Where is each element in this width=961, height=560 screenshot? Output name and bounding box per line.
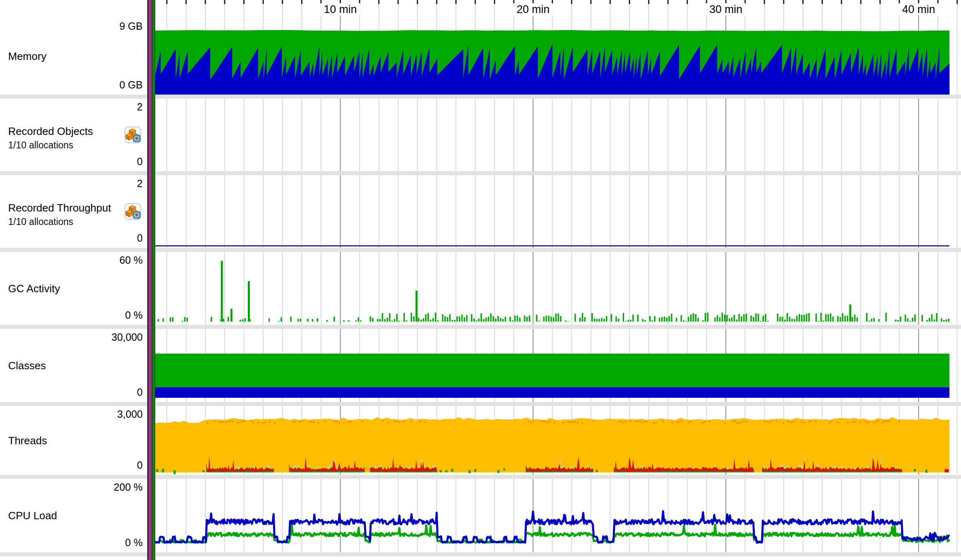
thread-top-texture bbox=[738, 422, 741, 424]
thread-top-texture bbox=[678, 421, 680, 423]
time-axis-ticks bbox=[148, 0, 961, 18]
thread-top-texture bbox=[547, 422, 549, 423]
thread-top-texture bbox=[791, 421, 793, 423]
thread-top-texture bbox=[620, 421, 622, 423]
thread-top-texture bbox=[576, 422, 578, 424]
row-separator bbox=[0, 552, 961, 556]
thread-top-texture bbox=[243, 420, 245, 422]
thread-top-texture bbox=[227, 421, 229, 422]
telemetry-row-recorded-objects[interactable]: Recorded Objects 1/10 allocations bbox=[0, 99, 961, 171]
classes-chart[interactable] bbox=[148, 329, 961, 402]
thread-top-texture bbox=[382, 420, 384, 422]
thread-top-texture bbox=[562, 422, 564, 423]
blocked-thread-fleck bbox=[895, 467, 896, 469]
telemetry-row-gc-activity[interactable]: GC Activity 60 % 0 % bbox=[0, 252, 961, 325]
telemetry-row-recorded-throughput[interactable]: Recorded Throughput 1/10 allocations bbox=[0, 175, 961, 248]
blocked-thread-fleck bbox=[828, 467, 829, 469]
thread-top-texture bbox=[866, 422, 868, 423]
row-label-area: Classes 30,000 0 bbox=[0, 329, 148, 402]
thread-top-texture bbox=[889, 420, 891, 422]
telemetry-row-cpu-load[interactable]: CPU Load 200 % 0 % bbox=[0, 479, 961, 552]
thread-top-texture bbox=[308, 421, 310, 423]
row-label-area: Memory 9 GB 0 GB bbox=[0, 18, 148, 95]
row-label-area: CPU Load 200 % 0 % bbox=[0, 479, 148, 552]
thread-top-texture bbox=[394, 421, 396, 422]
y-axis-min-label: 0 GB bbox=[119, 79, 143, 91]
row-separator bbox=[0, 402, 961, 406]
total-classes-band bbox=[150, 354, 950, 388]
waiting-thread-dot bbox=[914, 469, 916, 471]
row-subtitle: 1/10 allocations bbox=[8, 139, 73, 151]
cpu-load-chart[interactable] bbox=[148, 479, 961, 552]
allocation-recording-indicator-icon[interactable] bbox=[124, 126, 141, 143]
thread-top-texture bbox=[736, 422, 738, 423]
blocked-thread-fleck bbox=[329, 467, 330, 469]
recorded-throughput-line bbox=[150, 245, 950, 247]
thread-top-texture bbox=[218, 421, 220, 423]
thread-top-texture bbox=[361, 421, 364, 422]
thread-top-texture bbox=[317, 422, 320, 423]
recorded-objects-chart[interactable] bbox=[148, 99, 961, 171]
thread-top-texture bbox=[875, 421, 877, 423]
thread-top-texture bbox=[540, 421, 542, 422]
row-subtitle: 1/10 allocations bbox=[8, 216, 73, 227]
thread-top-texture bbox=[419, 421, 421, 422]
thread-top-texture bbox=[336, 421, 338, 423]
thread-top-texture bbox=[877, 420, 879, 422]
thread-top-texture bbox=[569, 422, 571, 423]
gc-cpu-line bbox=[150, 525, 949, 543]
blocked-thread-fleck bbox=[295, 465, 296, 467]
waiting-thread-dot bbox=[469, 470, 471, 473]
allocation-recording-indicator-icon[interactable] bbox=[124, 203, 141, 220]
time-axis-label: 10 min bbox=[320, 3, 360, 15]
thread-top-texture bbox=[644, 421, 646, 422]
telemetry-row-classes[interactable]: Classes 30,000 0 bbox=[0, 329, 961, 402]
waiting-thread-dot bbox=[474, 469, 476, 472]
telemetry-row-memory[interactable]: Memory 9 GB 0 GB bbox=[0, 18, 961, 95]
row-title: Recorded Throughput bbox=[8, 201, 111, 214]
time-axis[interactable]: 10 min20 min30 min40 min bbox=[0, 0, 961, 18]
telemetry-row-threads[interactable]: Threads 3,000 0 bbox=[0, 406, 961, 475]
thread-top-texture bbox=[766, 421, 768, 422]
thread-top-texture bbox=[662, 421, 664, 422]
blocked-thread-fleck bbox=[419, 465, 420, 467]
time-axis-label: 40 min bbox=[899, 3, 938, 15]
thread-top-texture bbox=[262, 422, 264, 424]
thread-top-texture bbox=[852, 421, 854, 423]
blocked-thread-fleck bbox=[679, 467, 681, 469]
memory-chart[interactable] bbox=[148, 18, 961, 95]
thread-top-texture bbox=[625, 421, 627, 423]
y-axis-min-label: 0 % bbox=[125, 309, 143, 321]
thread-top-texture bbox=[671, 421, 673, 423]
thread-top-texture bbox=[410, 421, 412, 422]
waiting-thread-dot bbox=[451, 469, 453, 472]
threads-chart[interactable] bbox=[148, 406, 961, 475]
thread-top-texture bbox=[863, 420, 865, 422]
blocked-thread-fleck bbox=[634, 465, 635, 467]
blocked-thread-fleck bbox=[207, 465, 209, 467]
blocked-thread-fleck bbox=[253, 466, 254, 468]
thread-top-texture bbox=[634, 421, 636, 423]
blocked-thread-fleck bbox=[727, 467, 728, 469]
thread-top-texture bbox=[572, 421, 574, 423]
thread-top-texture bbox=[396, 420, 398, 422]
thread-top-texture bbox=[206, 422, 208, 423]
thread-top-texture bbox=[387, 422, 389, 423]
row-separator bbox=[0, 248, 961, 252]
y-axis-min-label: 0 % bbox=[125, 536, 143, 549]
blocked-thread-fleck bbox=[781, 465, 782, 467]
recorded-throughput-chart[interactable] bbox=[148, 175, 961, 248]
gc-activity-chart[interactable] bbox=[148, 252, 961, 325]
y-axis-min-label: 0 bbox=[137, 155, 143, 168]
row-separator bbox=[0, 325, 961, 329]
thread-top-texture bbox=[333, 421, 335, 422]
thread-top-texture bbox=[299, 421, 301, 423]
blocked-thread-fleck bbox=[309, 465, 310, 467]
thread-top-texture bbox=[294, 421, 296, 423]
thread-top-texture bbox=[324, 421, 326, 423]
row-title: Classes bbox=[8, 359, 46, 372]
process-cpu-line bbox=[150, 511, 949, 542]
thread-top-texture bbox=[239, 421, 241, 423]
row-title: Memory bbox=[8, 50, 46, 63]
thread-top-texture bbox=[574, 421, 576, 423]
